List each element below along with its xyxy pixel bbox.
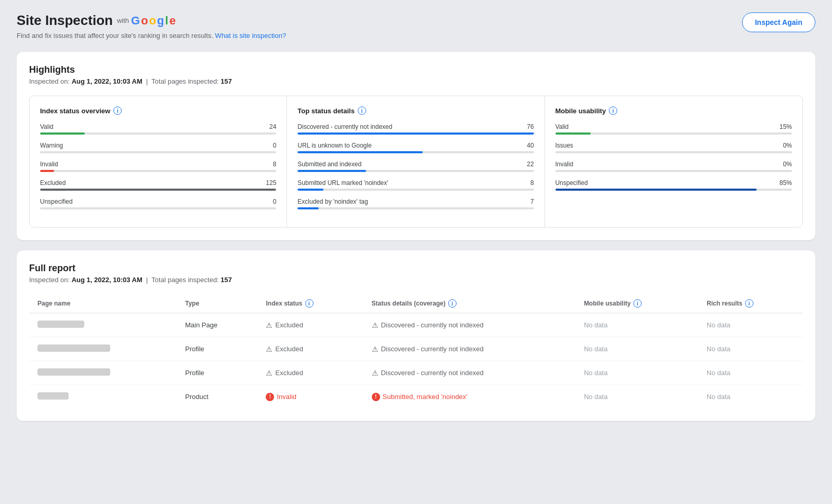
- top-status-label: Top status details: [297, 107, 355, 115]
- mobile-usability-panel: Mobile usability i Valid 15% Issues 0%: [545, 96, 802, 227]
- table-row[interactable]: Profile⚠Excluded⚠Discovered - currently …: [29, 337, 803, 361]
- top-noindex-url-fill: [297, 189, 323, 191]
- table-cell-index-status: ⚠Excluded: [257, 337, 363, 361]
- site-inspection-link[interactable]: What is site inspection?: [215, 32, 287, 39]
- full-report-meta: Inspected on: Aug 1, 2022, 10:03 AM | To…: [29, 276, 803, 284]
- top-status-title: Top status details i: [297, 107, 534, 115]
- status-detail-text: Discovered - currently not indexed: [381, 369, 484, 377]
- table-cell-status-details: ⚠Discovered - currently not indexed: [363, 313, 576, 337]
- report-meta-label-pages: Total pages inspected:: [151, 276, 218, 284]
- top-noindex-url-label: Submitted URL marked 'noindex': [297, 179, 388, 187]
- table-row[interactable]: Main Page⚠Excluded⚠Discovered - currentl…: [29, 313, 803, 337]
- table-cell-type: Main Page: [177, 313, 257, 337]
- page-title: Site Inspection: [17, 12, 113, 29]
- index-unspecified-track: [40, 207, 276, 209]
- top-submitted-row: Submitted and indexed 22: [297, 161, 534, 172]
- mobile-unspecified-label: Unspecified: [555, 179, 588, 187]
- warning-triangle-detail-icon: ⚠: [372, 321, 379, 329]
- blurred-page-name: [37, 344, 110, 352]
- table-header-row: Page name Type Index status i Status det…: [29, 294, 803, 313]
- report-date: Aug 1, 2022, 10:03 AM: [72, 276, 142, 284]
- table-cell-rich-results: No data: [698, 337, 803, 361]
- col-header-rich-results: Rich results i: [698, 294, 803, 313]
- col-mobile-label: Mobile usability: [584, 300, 631, 307]
- col-index-status-info-icon[interactable]: i: [305, 299, 314, 308]
- top-status-info-icon[interactable]: i: [358, 107, 366, 115]
- top-discovered-row: Discovered - currently not indexed 76: [297, 123, 534, 135]
- google-g-yellow: o: [149, 14, 156, 28]
- mobile-unspecified-track: [555, 189, 792, 191]
- mobile-issues-row: Issues 0%: [555, 142, 792, 153]
- index-excluded-row: Excluded 125: [40, 179, 276, 191]
- warning-triangle-detail-icon: ⚠: [372, 369, 379, 377]
- index-warning-value: 0: [261, 142, 276, 149]
- col-header-status-details: Status details (coverage) i: [363, 294, 576, 313]
- index-unspecified-label: Unspecified: [40, 198, 73, 205]
- warning-triangle-icon: ⚠: [266, 321, 272, 329]
- mobile-issues-track: [555, 151, 792, 153]
- google-g-red: o: [141, 14, 148, 28]
- mobile-valid-track: [555, 132, 792, 135]
- col-status-details-info-icon[interactable]: i: [448, 299, 457, 308]
- table-cell-type: Profile: [177, 361, 257, 385]
- top-discovered-fill: [297, 132, 534, 135]
- col-mobile-info-icon[interactable]: i: [633, 299, 642, 308]
- index-unspecified-row: Unspecified 0: [40, 198, 276, 209]
- index-warning-track: [40, 151, 276, 153]
- with-text: with: [117, 17, 129, 24]
- top-submitted-fill: [297, 170, 366, 172]
- index-excluded-track: [40, 189, 276, 191]
- mobile-usability-info-icon[interactable]: i: [609, 107, 617, 115]
- col-index-status-label: Index status: [266, 300, 302, 307]
- table-row[interactable]: Product!Invalid!Submitted, marked 'noind…: [29, 385, 803, 409]
- table-cell-rich-results: No data: [698, 361, 803, 385]
- index-excluded-fill: [40, 189, 276, 191]
- blurred-page-name: [37, 368, 110, 376]
- error-circle-detail-icon: !: [372, 393, 380, 401]
- mobile-unspecified-row: Unspecified 85%: [555, 179, 792, 191]
- top-submitted-track: [297, 170, 534, 172]
- mobile-valid-fill: [555, 132, 591, 135]
- top-unknown-track: [297, 151, 534, 153]
- index-status-text: Excluded: [275, 321, 303, 329]
- col-type-label: Type: [185, 300, 199, 307]
- index-excluded-value: 125: [261, 179, 276, 187]
- top-excluded-noindex-row: Excluded by 'noindex' tag 7: [297, 198, 534, 209]
- google-g-blue: G: [131, 14, 140, 28]
- top-discovered-track: [297, 132, 534, 135]
- index-invalid-value: 8: [261, 161, 276, 168]
- mobile-valid-label: Valid: [555, 123, 569, 130]
- report-total-pages: 157: [220, 276, 232, 284]
- page-header: Site Inspection with Google Find and fix…: [17, 12, 815, 39]
- index-invalid-label: Invalid: [40, 161, 58, 168]
- top-submitted-value: 22: [518, 161, 534, 168]
- mobile-invalid-label: Invalid: [555, 161, 574, 168]
- top-discovered-value: 76: [518, 123, 534, 130]
- col-rich-results-info-icon[interactable]: i: [745, 299, 753, 308]
- highlights-meta: Inspected on: Aug 1, 2022, 10:03 AM | To…: [29, 77, 803, 85]
- top-excluded-noindex-label: Excluded by 'noindex' tag: [297, 198, 368, 205]
- col-header-type: Type: [177, 294, 257, 313]
- index-valid-value: 24: [261, 123, 276, 130]
- table-row[interactable]: Profile⚠Excluded⚠Discovered - currently …: [29, 361, 803, 385]
- warning-triangle-detail-icon: ⚠: [372, 345, 379, 353]
- index-valid-row: Valid 24: [40, 123, 276, 135]
- table-cell-status-details: ⚠Discovered - currently not indexed: [363, 337, 576, 361]
- index-status-info-icon[interactable]: i: [113, 107, 122, 115]
- highlights-panels: Index status overview i Valid 24 Warning…: [29, 96, 803, 228]
- mobile-unspecified-fill: [555, 189, 757, 191]
- highlights-card: Highlights Inspected on: Aug 1, 2022, 10…: [17, 52, 815, 240]
- inspect-again-button[interactable]: Inspect Again: [742, 12, 815, 32]
- mobile-invalid-value: 0%: [776, 161, 792, 168]
- top-noindex-url-row: Submitted URL marked 'noindex' 8: [297, 179, 534, 191]
- top-excluded-noindex-value: 7: [518, 198, 534, 205]
- warning-triangle-icon: ⚠: [266, 345, 272, 353]
- blurred-page-name: [37, 321, 84, 328]
- mobile-valid-row: Valid 15%: [555, 123, 792, 135]
- table-cell-index-status: ⚠Excluded: [257, 361, 363, 385]
- google-g-red2: e: [170, 14, 176, 28]
- index-valid-fill: [40, 132, 85, 135]
- status-detail-text: Submitted, marked 'noindex': [383, 393, 467, 401]
- google-logo: with Google: [117, 14, 176, 28]
- index-unspecified-value: 0: [261, 198, 276, 205]
